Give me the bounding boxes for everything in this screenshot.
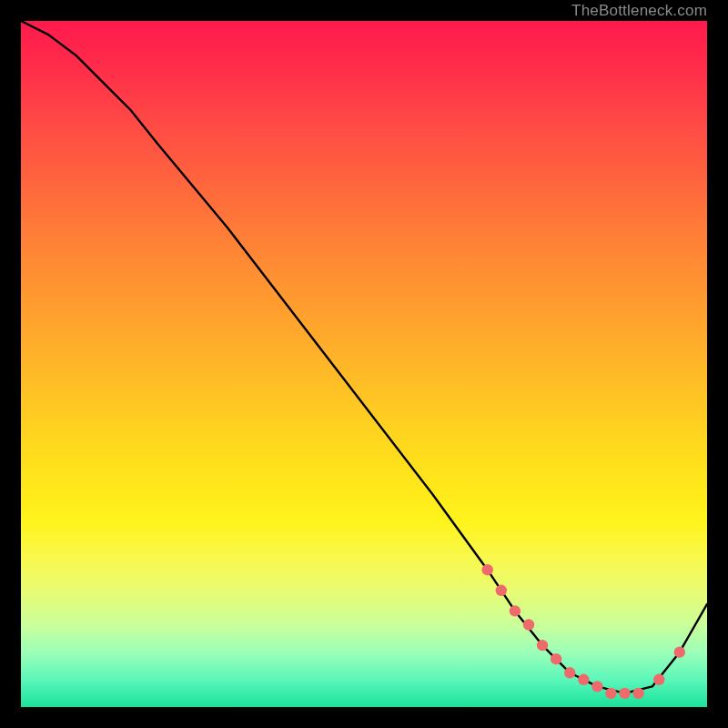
highlight-dot [578,674,589,685]
watermark-text: TheBottleneck.com [571,2,707,20]
dots-group [482,564,686,699]
highlight-dot [496,585,507,596]
highlight-dot [632,688,643,699]
chart-panel [21,21,707,707]
stage: TheBottleneck.com [0,0,728,728]
highlight-dot [510,605,521,616]
highlight-dot [653,674,664,685]
highlight-dot [564,667,575,678]
highlight-dot [619,688,630,699]
highlight-dot [523,619,534,630]
highlight-dot [592,681,602,692]
highlight-dot [605,688,616,699]
highlight-dot [551,653,561,664]
highlight-dot [674,647,685,658]
highlight-dot [482,564,493,575]
dots-layer [21,21,707,707]
highlight-dot [537,640,548,651]
